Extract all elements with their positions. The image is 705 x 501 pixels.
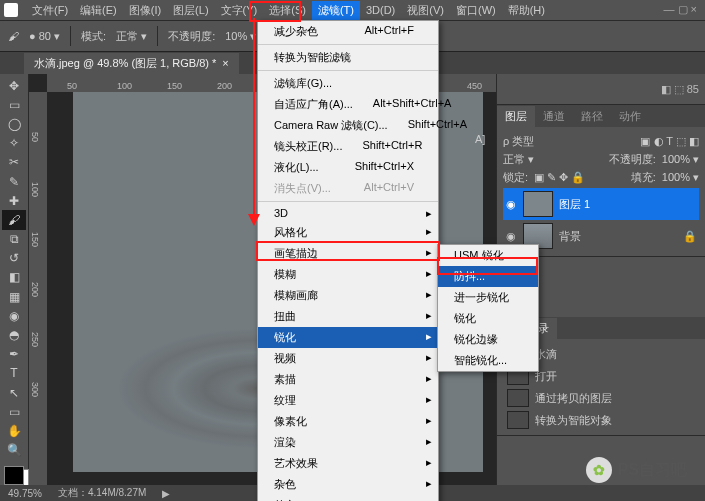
- menu-item[interactable]: 素描▸: [258, 369, 438, 390]
- pen-tool[interactable]: ✒: [2, 345, 26, 364]
- menu-item[interactable]: 消失点(V)...Alt+Ctrl+V: [258, 178, 438, 199]
- layer-thumb[interactable]: [523, 191, 553, 217]
- submenu-item[interactable]: 防抖...: [438, 266, 538, 287]
- blend-select[interactable]: 正常 ▾: [503, 152, 534, 167]
- document-tab-title: 水滴.jpeg @ 49.8% (图层 1, RGB/8) *: [34, 56, 216, 71]
- move-tool[interactable]: ✥: [2, 76, 26, 95]
- tab-actions[interactable]: 动作: [611, 106, 649, 127]
- blend-mode-select[interactable]: 正常 ▾: [116, 29, 147, 44]
- watermark-icon: ✿: [586, 457, 612, 483]
- menu-item[interactable]: 3D▸: [258, 204, 438, 222]
- submenu-item[interactable]: 锐化: [438, 308, 538, 329]
- menu-item[interactable]: 画笔描边▸: [258, 243, 438, 264]
- layers-panel: 图层 通道 路径 动作 A] ρ 类型 ▣ ◐ T ⬚ ◧ 正常 ▾ 不透明度:…: [497, 105, 705, 257]
- filter-menu: 减少杂色Alt+Ctrl+F 转换为智能滤镜 滤镜库(G)...自适应广角(A)…: [257, 20, 439, 501]
- submenu-item[interactable]: 智能锐化...: [438, 350, 538, 371]
- shape-tool[interactable]: ▭: [2, 402, 26, 421]
- tab-paths[interactable]: 路径: [573, 106, 611, 127]
- menubar: 文件(F) 编辑(E) 图像(I) 图层(L) 文字(Y) 选择(S) 滤镜(T…: [0, 0, 705, 21]
- menu-item[interactable]: 液化(L)...Shift+Ctrl+X: [258, 157, 438, 178]
- menu-item[interactable]: 自适应广角(A)...Alt+Shift+Ctrl+A: [258, 94, 438, 115]
- history-brush-tool[interactable]: ↺: [2, 249, 26, 268]
- crop-tool[interactable]: ✂: [2, 153, 26, 172]
- menu-view[interactable]: 视图(V): [401, 1, 450, 20]
- layer-row[interactable]: ◉ 图层 1: [503, 188, 699, 220]
- menu-item[interactable]: 视频▸: [258, 348, 438, 369]
- doc-info[interactable]: 文档：4.14M/8.27M: [58, 486, 146, 500]
- eyedropper-tool[interactable]: ✎: [2, 172, 26, 191]
- sharpen-submenu: USM 锐化...防抖...进一步锐化锐化锐化边缘智能锐化...: [437, 244, 539, 372]
- blur-tool[interactable]: ◉: [2, 306, 26, 325]
- zoom-level[interactable]: 49.75%: [8, 488, 42, 499]
- eye-icon[interactable]: ◉: [505, 230, 517, 243]
- submenu-item[interactable]: 进一步锐化: [438, 287, 538, 308]
- menu-item[interactable]: 纹理▸: [258, 390, 438, 411]
- menu-edit[interactable]: 编辑(E): [74, 1, 123, 20]
- opacity-label: 不透明度:: [168, 29, 215, 44]
- menu-item[interactable]: 模糊▸: [258, 264, 438, 285]
- marquee-tool[interactable]: ▭: [2, 95, 26, 114]
- lock-icons[interactable]: ▣ ✎ ✥ 🔒: [534, 171, 585, 184]
- gradient-tool[interactable]: ▦: [2, 287, 26, 306]
- menu-item[interactable]: 风格化▸: [258, 222, 438, 243]
- menu-item[interactable]: 锐化▸: [258, 327, 438, 348]
- menu-3d[interactable]: 3D(D): [360, 2, 401, 18]
- collapsed-panels[interactable]: ◧ ⬚ 85: [497, 74, 705, 105]
- menu-image[interactable]: 图像(I): [123, 1, 167, 20]
- color-swatch[interactable]: [4, 466, 24, 485]
- window-controls[interactable]: — ▢ ×: [655, 0, 705, 19]
- dodge-tool[interactable]: ◓: [2, 325, 26, 344]
- menu-item[interactable]: 减少杂色Alt+Ctrl+F: [258, 21, 438, 42]
- tab-channels[interactable]: 通道: [535, 106, 573, 127]
- menu-item[interactable]: 模糊画廊▸: [258, 285, 438, 306]
- brush-preset[interactable]: ● 80 ▾: [29, 30, 60, 43]
- layer-opacity-field[interactable]: 100% ▾: [662, 153, 699, 166]
- menu-item[interactable]: 渲染▸: [258, 432, 438, 453]
- layer-name: 图层 1: [559, 197, 590, 212]
- mode-label: 模式:: [81, 29, 106, 44]
- menu-item[interactable]: 扭曲▸: [258, 306, 438, 327]
- tab-layers[interactable]: 图层: [497, 106, 535, 127]
- menu-select[interactable]: 选择(S): [263, 1, 312, 20]
- menu-window[interactable]: 窗口(W): [450, 1, 502, 20]
- wand-tool[interactable]: ✧: [2, 134, 26, 153]
- eraser-tool[interactable]: ◧: [2, 268, 26, 287]
- history-step[interactable]: 转换为智能对象: [503, 409, 699, 431]
- zoom-tool[interactable]: 🔍: [2, 441, 26, 460]
- menu-help[interactable]: 帮助(H): [502, 1, 551, 20]
- menu-item[interactable]: 滤镜库(G)...: [258, 73, 438, 94]
- path-tool[interactable]: ↖: [2, 383, 26, 402]
- stamp-tool[interactable]: ⧉: [2, 230, 26, 249]
- menu-item[interactable]: 转换为智能滤镜: [258, 47, 438, 68]
- close-icon[interactable]: ×: [222, 57, 228, 69]
- menu-item[interactable]: 杂色▸: [258, 474, 438, 495]
- menu-layer[interactable]: 图层(L): [167, 1, 214, 20]
- menu-item[interactable]: Camera Raw 滤镜(C)...Shift+Ctrl+A: [258, 115, 438, 136]
- menu-item[interactable]: 像素化▸: [258, 411, 438, 432]
- ruler-vertical[interactable]: 50 100 150 200 250 300: [29, 92, 47, 485]
- eye-icon[interactable]: ◉: [505, 198, 517, 211]
- layer-kind[interactable]: ρ 类型: [503, 134, 534, 149]
- hand-tool[interactable]: ✋: [2, 421, 26, 440]
- healing-tool[interactable]: ✚: [2, 191, 26, 210]
- menu-item[interactable]: 艺术效果▸: [258, 453, 438, 474]
- app-logo: [4, 3, 18, 17]
- a1-icon: A]: [475, 133, 485, 145]
- submenu-item[interactable]: USM 锐化...: [438, 245, 538, 266]
- menu-file[interactable]: 文件(F): [26, 1, 74, 20]
- brush-icon[interactable]: 🖌: [8, 30, 19, 42]
- fill-field[interactable]: 100% ▾: [662, 171, 699, 184]
- menu-item[interactable]: 其它▸: [258, 495, 438, 501]
- opacity-field[interactable]: 10% ▾: [225, 30, 256, 43]
- lasso-tool[interactable]: ◯: [2, 114, 26, 133]
- layer-name: 背景: [559, 229, 581, 244]
- menu-filter[interactable]: 滤镜(T): [312, 1, 360, 20]
- watermark: ✿ PS自习吧: [586, 457, 687, 483]
- menu-type[interactable]: 文字(Y): [215, 1, 264, 20]
- brush-tool[interactable]: 🖌: [2, 210, 26, 229]
- history-step[interactable]: 通过拷贝的图层: [503, 387, 699, 409]
- menu-item[interactable]: 镜头校正(R)...Shift+Ctrl+R: [258, 136, 438, 157]
- submenu-item[interactable]: 锐化边缘: [438, 329, 538, 350]
- type-tool[interactable]: T: [2, 364, 26, 383]
- document-tab[interactable]: 水滴.jpeg @ 49.8% (图层 1, RGB/8) * ×: [24, 53, 239, 74]
